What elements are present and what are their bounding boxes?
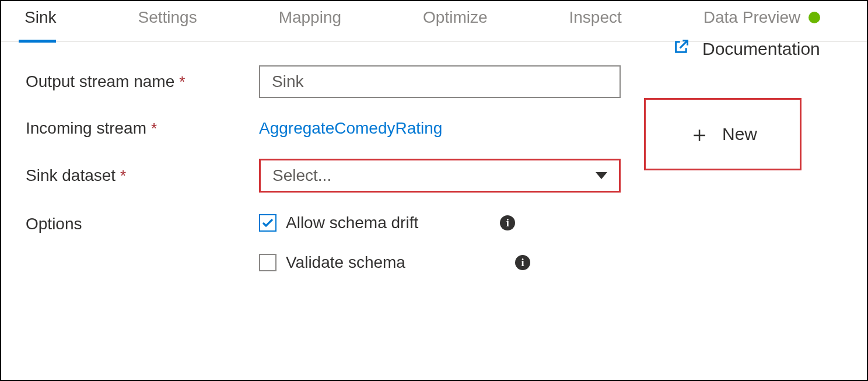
new-button-label: New: [722, 124, 757, 144]
chevron-down-icon: [596, 172, 607, 179]
tab-inspect[interactable]: Inspect: [564, 1, 645, 42]
row-options: Options Allow schema drift i Validate sc…: [26, 214, 838, 293]
status-dot-icon: [808, 12, 820, 23]
label-sink-dataset: Sink dataset *: [26, 166, 259, 185]
label-options: Options: [26, 214, 259, 233]
new-button[interactable]: ＋ New: [644, 98, 802, 170]
allow-schema-drift-label: Allow schema drift: [286, 214, 418, 232]
validate-schema-label: Validate schema: [286, 253, 405, 272]
option-validate-schema: Validate schema i: [259, 253, 530, 272]
tab-sink[interactable]: Sink: [19, 1, 79, 42]
required-marker: *: [151, 120, 157, 138]
documentation-label: Documentation: [702, 39, 820, 59]
row-output-stream-name: Output stream name *: [26, 65, 838, 98]
tab-settings[interactable]: Settings: [132, 1, 220, 42]
tab-data-preview[interactable]: Data Preview: [698, 1, 844, 42]
external-link-icon: [673, 39, 690, 59]
option-allow-schema-drift: Allow schema drift i: [259, 214, 530, 232]
required-marker: *: [120, 167, 126, 185]
validate-schema-checkbox[interactable]: [259, 254, 276, 271]
output-stream-name-input[interactable]: [259, 65, 621, 98]
incoming-stream-value[interactable]: AggregateComedyRating: [259, 119, 442, 138]
tab-bar: Sink Settings Mapping Optimize Inspect D…: [1, 1, 867, 42]
documentation-link[interactable]: Documentation: [673, 39, 820, 59]
select-placeholder: Select...: [272, 166, 331, 185]
info-icon[interactable]: i: [515, 255, 530, 270]
sink-dataset-select[interactable]: Select...: [259, 159, 621, 193]
plus-icon: ＋: [688, 123, 710, 145]
info-icon[interactable]: i: [500, 215, 515, 230]
tab-mapping[interactable]: Mapping: [273, 1, 365, 42]
required-marker: *: [179, 73, 185, 91]
tab-optimize[interactable]: Optimize: [417, 1, 510, 42]
allow-schema-drift-checkbox[interactable]: [259, 214, 276, 232]
label-output-stream-name: Output stream name *: [26, 72, 259, 91]
label-incoming-stream: Incoming stream *: [26, 119, 259, 138]
sink-config-panel: Sink Settings Mapping Optimize Inspect D…: [0, 0, 868, 381]
form-content: Documentation Output stream name * Incom…: [1, 42, 867, 293]
